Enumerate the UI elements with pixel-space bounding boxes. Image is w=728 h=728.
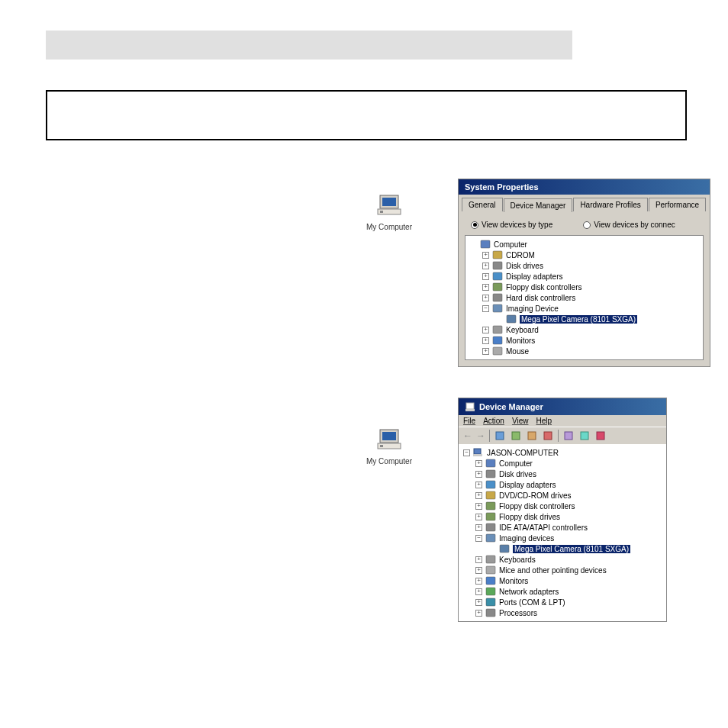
tree-item[interactable]: −Imaging devices — [459, 533, 666, 543]
menu-action[interactable]: Action — [483, 417, 504, 425]
svg-rect-6 — [493, 262, 502, 269]
expander-icon[interactable]: − — [482, 305, 489, 312]
device-tree[interactable]: Computer+CDROM+Disk drives+Display adapt… — [465, 235, 704, 360]
toolbar-btn[interactable] — [562, 430, 575, 442]
tree-item[interactable]: +Computer — [459, 458, 666, 469]
computer-icon — [485, 459, 496, 468]
tree-item[interactable]: +Display adapters — [465, 271, 703, 282]
expander-icon[interactable]: + — [475, 492, 482, 499]
tree-item[interactable]: +Disk drives — [465, 260, 703, 271]
imaging-icon — [492, 304, 503, 313]
expander-icon[interactable]: + — [475, 567, 482, 574]
tree-item[interactable]: +Keyboard — [465, 324, 703, 335]
svg-rect-20 — [465, 409, 475, 411]
toolbar-btn[interactable] — [526, 430, 538, 442]
svg-rect-23 — [528, 432, 536, 440]
tree-item[interactable]: +Network adapters — [459, 586, 666, 597]
expander-icon[interactable]: + — [475, 503, 482, 510]
tab-general[interactable]: General — [462, 198, 503, 211]
svg-rect-14 — [493, 347, 502, 355]
tree-item[interactable]: +Monitors — [465, 335, 703, 346]
tree-item[interactable]: Computer — [465, 239, 703, 250]
expander-icon[interactable]: + — [475, 471, 482, 478]
my-computer-icon[interactable] — [376, 428, 402, 454]
toolbar-btn[interactable] — [510, 430, 522, 442]
tree-item[interactable]: +Keyboards — [459, 554, 666, 565]
expander-icon[interactable]: + — [475, 524, 482, 531]
tree-item[interactable]: +Disk drives — [459, 469, 666, 479]
tree-item[interactable]: +CDROM — [465, 250, 703, 260]
toolbar-btn[interactable] — [594, 430, 607, 442]
mouse-icon — [492, 346, 503, 356]
expander-icon[interactable]: + — [475, 482, 482, 488]
tree-item[interactable]: +Monitors — [459, 575, 666, 586]
tree-item[interactable]: Mega Pixel Camera (8101 SXGA) — [459, 543, 666, 554]
expander-icon[interactable]: + — [475, 556, 482, 563]
svg-rect-30 — [486, 459, 495, 467]
tree-item[interactable]: +IDE ATA/ATAPI controllers — [459, 522, 666, 533]
menu-help[interactable]: Help — [536, 417, 552, 425]
tree-item[interactable]: +Floppy disk drives — [459, 511, 666, 522]
tree-item[interactable]: +Mice and other pointing devices — [459, 565, 666, 575]
expander-icon[interactable]: − — [463, 449, 470, 456]
expander-icon[interactable]: + — [482, 295, 489, 301]
tab-device-manager[interactable]: Device Manager — [504, 198, 573, 212]
toolbar-btn[interactable] — [542, 430, 554, 442]
tree-root[interactable]: − JASON-COMPUTER — [459, 447, 666, 458]
tree-item[interactable]: +Hard disk controllers — [465, 292, 703, 303]
expander-icon[interactable]: + — [482, 327, 489, 333]
svg-rect-42 — [486, 588, 495, 595]
tree-item[interactable]: −Imaging Device — [465, 303, 703, 314]
keyboard-icon — [485, 555, 496, 564]
menu-file[interactable]: File — [463, 417, 475, 425]
device-tree[interactable]: − JASON-COMPUTER +Computer+Disk drives+D… — [459, 444, 666, 621]
tab-performance[interactable]: Performance — [649, 198, 706, 211]
radio-by-type[interactable]: View devices by type — [471, 221, 552, 229]
disclaimer-box — [46, 90, 687, 140]
svg-rect-37 — [486, 534, 495, 542]
floppy-icon — [492, 282, 503, 292]
expander-icon[interactable]: − — [475, 535, 482, 542]
tree-item[interactable]: +DVD/CD-ROM drives — [459, 490, 666, 501]
imaging-icon — [485, 533, 496, 543]
tree-item[interactable]: +Processors — [459, 607, 666, 618]
back-arrow-icon[interactable]: ← — [463, 430, 472, 441]
tree-label: Monitors — [499, 577, 528, 585]
expander-icon[interactable]: + — [475, 514, 482, 520]
expander-icon[interactable]: + — [475, 460, 482, 467]
tab-hardware-profiles[interactable]: Hardware Profiles — [573, 198, 647, 211]
expander-icon[interactable]: + — [482, 263, 489, 269]
tree-item[interactable]: +Floppy disk controllers — [459, 501, 666, 511]
svg-rect-7 — [493, 272, 502, 280]
tree-label: Floppy disk controllers — [499, 502, 575, 511]
expander-icon[interactable]: + — [482, 273, 489, 280]
expander-icon[interactable]: + — [482, 284, 489, 291]
expander-icon[interactable]: + — [482, 252, 489, 259]
toolbar-btn[interactable] — [578, 430, 591, 442]
floppy-icon — [485, 512, 496, 521]
svg-rect-12 — [493, 326, 502, 333]
toolbar-btn[interactable] — [494, 430, 506, 442]
tree-item[interactable]: +Mouse — [465, 346, 703, 356]
tree-item[interactable]: +Ports (COM & LPT) — [459, 597, 666, 607]
menu-view[interactable]: View — [512, 417, 529, 425]
sysprops-title: System Properties — [465, 182, 539, 192]
expander-icon[interactable]: + — [475, 599, 482, 606]
expander-icon[interactable]: + — [475, 578, 482, 585]
svg-rect-3 — [380, 211, 383, 213]
tree-label: Imaging devices — [499, 534, 554, 543]
tree-label: Display adapters — [499, 481, 556, 489]
tree-item[interactable]: +Floppy disk controllers — [465, 282, 703, 292]
tree-item[interactable]: Mega Pixel Camera (8101 SXGA) — [465, 314, 703, 324]
expander-icon[interactable]: + — [482, 337, 489, 344]
expander-icon[interactable]: + — [475, 588, 482, 595]
expander-icon[interactable]: + — [482, 348, 489, 355]
tree-label: Display adapters — [506, 272, 562, 281]
tree-item[interactable]: +Display adapters — [459, 479, 666, 490]
svg-rect-43 — [486, 598, 495, 606]
expander-icon[interactable]: + — [475, 610, 482, 617]
forward-arrow-icon[interactable]: → — [476, 430, 485, 441]
my-computer-icon[interactable] — [376, 194, 402, 220]
radio-by-connection[interactable]: View devices by connec — [583, 221, 675, 229]
svg-rect-32 — [486, 481, 495, 488]
